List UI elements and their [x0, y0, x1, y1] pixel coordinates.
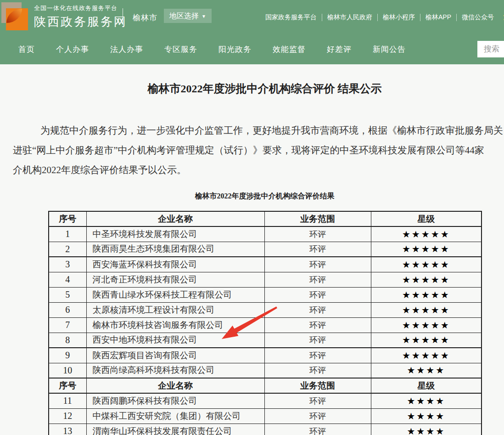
quick-link-divider — [456, 14, 457, 21]
star-rating-cell: ★★★★ — [371, 363, 482, 378]
nav-item-2[interactable]: 法人办事 — [110, 44, 143, 55]
company-name-cell: 陕西青山绿水环保科技工程有限公司 — [86, 287, 264, 302]
row-number-cell: 10 — [49, 363, 86, 378]
quick-link-1[interactable]: 榆林市人民政府 — [327, 13, 372, 22]
paragraph-line-1: 为规范中介服务行为，进一步强化中介监管工作，更好地提升我市营商环境，根据《榆林市… — [13, 121, 504, 141]
content-area: 榆林市2022年度涉批中介机构综合评价 结果公示 为规范中介服务行为，进一步强化… — [0, 64, 504, 435]
announcement-paragraph: 为规范中介服务行为，进一步强化中介监管工作，更好地提升我市营商环境，根据《榆林市… — [0, 121, 504, 180]
nav-item-6[interactable]: 好差评 — [327, 44, 352, 55]
nav-item-4[interactable]: 阳光政务 — [218, 44, 252, 55]
business-scope-cell: 环评 — [264, 226, 371, 242]
star-rating-cell: ★★★★ — [371, 408, 482, 424]
star-rating-cell: ★★★★★ — [371, 317, 482, 333]
star-rating-cell: ★★★★★ — [371, 333, 482, 348]
table-row: 11陕西阔鹏环保科技有限公司环评★★★★ — [49, 393, 482, 408]
row-number-cell: 9 — [49, 348, 86, 363]
company-name-cell: 陕西雨昊生态环境集团有限公司 — [86, 242, 264, 257]
company-name-cell: 河北奇正环境科技有限公司 — [86, 272, 264, 287]
table-caption: 榆林市2022年度涉批中介机构综合评价结果 — [0, 192, 504, 201]
table-row: 9陕西宏辉项目咨询有限公司环评★★★★★ — [49, 348, 482, 363]
column-header-3: 星级 — [371, 211, 482, 226]
column-header-2: 业务范围 — [264, 211, 371, 226]
evaluation-results-table: 序号企业名称业务范围星级1中圣环境科技发展有限公司环评★★★★★2陕西雨昊生态环… — [48, 211, 482, 435]
row-number-cell: 5 — [49, 287, 86, 302]
column-header-0: 序号 — [49, 211, 86, 226]
page-title: 榆林市2022年度涉批中介机构综合评价 结果公示 — [0, 82, 504, 95]
company-name-cell: 太原核清环境工程设计有限公司 — [86, 302, 264, 317]
table-row: 2陕西雨昊生态环境集团有限公司环评★★★★★ — [49, 242, 482, 257]
quick-link-2[interactable]: 榆林小程序 — [383, 13, 415, 22]
company-name-cell: 榆林市环境科技咨询服务有限公司 — [86, 317, 264, 333]
star-rating-cell: ★★★★★ — [371, 348, 482, 363]
row-number-cell: 3 — [49, 257, 86, 272]
table-row: 3西安海蓝环保科技有限公司环评★★★★★ — [49, 257, 482, 272]
row-number-cell: 13 — [49, 424, 86, 435]
column-header-2: 业务范围 — [264, 378, 371, 393]
nav-item-0[interactable]: 首页 — [18, 44, 35, 55]
row-number-cell: 1 — [49, 226, 86, 242]
quick-link-divider — [377, 14, 378, 21]
site-name: 陕西政务服务网 — [34, 14, 127, 30]
site-branding: 全国一体化在线政务服务平台 陕西政务服务网 — [34, 4, 127, 30]
table-row: 5陕西青山绿水环保科技工程有限公司环评★★★★★ — [49, 287, 482, 302]
table-row: 10陕西尚绿高科环境科技有限公司环评★★★★ — [49, 363, 482, 378]
table-header-row: 序号企业名称业务范围星级 — [49, 378, 482, 393]
business-scope-cell: 环评 — [264, 257, 371, 272]
business-scope-cell: 环评 — [264, 333, 371, 348]
platform-tagline: 全国一体化在线政务服务平台 — [34, 4, 127, 12]
table-row: 13渭南华山环保科技发展有限责任公司环评★★★★ — [49, 424, 482, 435]
region-select-button[interactable]: 地区选择▼ — [164, 9, 212, 23]
star-rating-cell: ★★★★ — [371, 424, 482, 435]
company-name-cell: 渭南华山环保科技发展有限责任公司 — [86, 424, 264, 435]
star-rating-cell: ★★★★★ — [371, 257, 482, 272]
table-row: 12中煤科工西安研究院（集团）有限公司环评★★★★ — [49, 408, 482, 424]
business-scope-cell: 环评 — [264, 317, 371, 333]
table-header-row: 序号企业名称业务范围星级 — [49, 211, 482, 226]
business-scope-cell: 环评 — [264, 408, 371, 424]
nav-items: 首页个人办事法人办事专区服务阳光政务效能监督好差评新闻公告 — [18, 44, 427, 55]
header-quick-links: 国家政务服务平台榆林市人民政府榆林小程序榆林APP微信公众号注册 — [265, 0, 504, 34]
row-number-cell: 11 — [49, 393, 86, 408]
star-rating-cell: ★★★★★ — [371, 302, 482, 317]
star-rating-cell: ★★★★★ — [371, 226, 482, 242]
quick-link-4[interactable]: 微信公众号 — [462, 13, 494, 22]
row-number-cell: 4 — [49, 272, 86, 287]
announcement-page: 榆林市2022年度涉批中介机构综合评价 结果公示 为规范中介服务行为，进一步强化… — [0, 82, 504, 435]
quick-link-3[interactable]: 榆林APP — [426, 13, 451, 22]
row-number-cell: 6 — [49, 302, 86, 317]
business-scope-cell: 环评 — [264, 242, 371, 257]
nav-item-1[interactable]: 个人办事 — [56, 44, 89, 55]
business-scope-cell: 环评 — [264, 363, 371, 378]
table-row: 7榆林市环境科技咨询服务有限公司环评★★★★★ — [49, 317, 482, 333]
search-input[interactable]: 搜索 — [477, 41, 504, 57]
business-scope-cell: 环评 — [264, 424, 371, 435]
star-rating-cell: ★★★★★ — [371, 242, 482, 257]
table-row: 8西安中地环境科技有限公司环评★★★★★ — [49, 333, 482, 348]
current-city-label: 榆林市 — [133, 12, 157, 23]
row-number-cell: 2 — [49, 242, 86, 257]
nav-item-3[interactable]: 专区服务 — [164, 44, 197, 55]
quick-link-divider — [420, 14, 420, 21]
company-name-cell: 西安海蓝环保科技有限公司 — [86, 257, 264, 272]
column-header-1: 企业名称 — [86, 378, 264, 393]
top-header-bar: 全国一体化在线政务服务平台 陕西政务服务网 榆林市 地区选择▼ 国家政务服务平台… — [0, 0, 504, 34]
logo-orange-square — [6, 8, 28, 30]
business-scope-cell: 环评 — [264, 393, 371, 408]
company-name-cell: 陕西尚绿高科环境科技有限公司 — [86, 363, 264, 378]
star-rating-cell: ★★★★★ — [371, 287, 482, 302]
quick-link-divider — [322, 14, 322, 21]
quick-link-0[interactable]: 国家政务服务平台 — [265, 13, 317, 22]
nav-item-5[interactable]: 效能监督 — [273, 44, 306, 55]
column-header-3: 星级 — [371, 378, 482, 393]
company-name-cell: 中圣环境科技发展有限公司 — [86, 226, 264, 242]
region-select-label: 地区选择 — [169, 12, 199, 20]
paragraph-line-2: 进驻“网上中介服务超市”中介机构考评管理规定（试行）》要求，现将评定的中圣环境科… — [13, 141, 504, 160]
chevron-down-icon: ▼ — [202, 9, 206, 23]
business-scope-cell: 环评 — [264, 348, 371, 363]
main-navigation-bar: 首页个人办事法人办事专区服务阳光政务效能监督好差评新闻公告 搜索 — [0, 34, 504, 64]
column-header-1: 企业名称 — [86, 211, 264, 226]
table-row: 1中圣环境科技发展有限公司环评★★★★★ — [49, 226, 482, 242]
business-scope-cell: 环评 — [264, 302, 371, 317]
star-rating-cell: ★★★★ — [371, 393, 482, 408]
nav-item-7[interactable]: 新闻公告 — [373, 44, 406, 55]
